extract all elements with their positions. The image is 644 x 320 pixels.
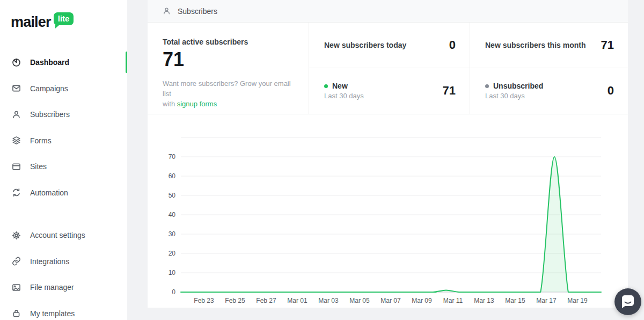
sidebar-item-label: Forms [30, 136, 52, 145]
settings-icon [12, 231, 21, 240]
sidebar-item-label: My templates [30, 309, 75, 318]
total-subscribers-value: 71 [163, 48, 296, 71]
unsubscribed-legend-sublabel: Last 30 days [485, 92, 543, 100]
x-tick-label: Feb 23 [188, 297, 220, 304]
chart-plot-svg [148, 114, 628, 308]
sidebar-item-file-manager[interactable]: File manager [0, 274, 127, 301]
file-manager-icon [12, 283, 21, 292]
page-title: Subscribers [178, 7, 217, 16]
sidebar-item-integrations[interactable]: Integrations [0, 249, 127, 275]
sidebar-item-label: File manager [30, 283, 74, 292]
sidebar-item-label: Integrations [30, 257, 69, 266]
sidebar-item-automation[interactable]: Automation [0, 180, 127, 206]
total-subscribers-card: Total active subscribers 71 Want more su… [148, 23, 309, 114]
y-tick-label: 10 [148, 269, 175, 277]
hint-text-line2-prefix: with [163, 100, 177, 108]
logo-lite-badge: lite [54, 12, 74, 25]
x-tick-label: Mar 19 [561, 297, 594, 304]
y-tick-label: 70 [148, 153, 175, 161]
x-tick-label: Mar 17 [530, 297, 562, 304]
sidebar-item-label: Campaigns [30, 84, 68, 93]
new-today-value: 0 [449, 38, 456, 52]
new-today-label: New subscribers today [324, 41, 406, 49]
x-tick-label: Mar 11 [437, 297, 469, 304]
sites-icon [12, 162, 21, 171]
sidebar-item-forms[interactable]: Forms [0, 128, 127, 154]
unsubscribed-legend: Unsubscribed Last 30 days [485, 82, 543, 100]
x-tick-label: Feb 27 [250, 297, 282, 304]
automation-icon [12, 188, 21, 197]
subscribers-area-chart: 010203040506070 Feb 23Feb 25Feb 27Mar 01… [148, 114, 628, 308]
y-tick-label: 30 [148, 230, 175, 238]
new-month-card: New subscribers this month 71 [470, 23, 628, 68]
templates-icon [12, 309, 21, 318]
forms-icon [12, 136, 21, 145]
y-tick-label: 0 [148, 288, 175, 296]
grow-list-hint: Want more subscribers? Grow your email l… [163, 78, 301, 109]
dashboard-icon [12, 58, 21, 67]
chat-bubble-icon [614, 288, 641, 315]
y-tick-label: 50 [148, 192, 175, 199]
new-30days-card: New Last 30 days 71 [309, 68, 470, 114]
x-tick-label: Mar 13 [468, 297, 500, 304]
sidebar-nav-primary: Dashboard Campaigns Subscribers Forms Si… [0, 49, 127, 206]
y-tick-label: 20 [148, 250, 175, 257]
mailerlite-logo[interactable]: mailer lite [11, 14, 74, 30]
new-legend-sublabel: Last 30 days [324, 92, 364, 100]
y-tick-label: 60 [148, 172, 175, 180]
new-30days-value: 71 [443, 84, 456, 98]
new-legend-label: New [332, 82, 348, 90]
total-subscribers-label: Total active subscribers [163, 38, 296, 46]
integrations-icon [12, 257, 21, 266]
new-legend-dot [324, 84, 328, 88]
signup-forms-link[interactable]: signup forms [177, 100, 217, 108]
new-month-label: New subscribers this month [485, 41, 586, 49]
unsubscribed-legend-label: Unsubscribed [493, 82, 543, 90]
y-tick-label: 40 [148, 211, 175, 219]
stats-row: Total active subscribers 71 Want more su… [148, 23, 628, 114]
subscribers-icon [12, 110, 21, 119]
active-nav-indicator [126, 52, 127, 73]
sidebar-item-label: Automation [30, 188, 68, 197]
sidebar-item-label: Subscribers [30, 110, 70, 119]
stats-right-column: New subscribers this month 71 Unsubscrib… [470, 23, 628, 114]
logo-text: mailer [11, 14, 51, 30]
sidebar-item-label: Sites [30, 162, 47, 171]
sidebar-item-dashboard[interactable]: Dashboard [0, 49, 127, 76]
new-today-card: New subscribers today 0 [309, 23, 470, 68]
sidebar-item-account-settings[interactable]: Account settings [0, 222, 127, 249]
chat-widget-button[interactable] [614, 288, 641, 315]
x-tick-label: Mar 05 [343, 297, 376, 304]
sidebar-item-campaigns[interactable]: Campaigns [0, 76, 127, 102]
campaigns-icon [12, 84, 21, 93]
x-tick-label: Mar 15 [499, 297, 531, 304]
main-content: Subscribers Total active subscribers 71 … [148, 0, 628, 308]
x-tick-label: Feb 25 [219, 297, 251, 304]
sidebar: mailer lite Dashboard Campaigns Subscrib… [0, 0, 127, 320]
sidebar-item-subscribers[interactable]: Subscribers [0, 101, 127, 128]
new-month-value: 71 [601, 38, 614, 52]
sidebar-item-sites[interactable]: Sites [0, 154, 127, 180]
x-tick-label: Mar 01 [281, 297, 313, 304]
x-tick-label: Mar 09 [406, 297, 438, 304]
stats-middle-column: New subscribers today 0 New Last 30 days… [309, 23, 470, 114]
sidebar-item-label: Account settings [30, 231, 85, 239]
new-30days-legend: New Last 30 days [324, 82, 364, 100]
sidebar-item-label: Dashboard [30, 58, 69, 67]
unsubscribed-30days-card: Unsubscribed Last 30 days 0 [470, 68, 628, 114]
hint-text-line1: Want more subscribers? Grow your email l… [163, 79, 291, 98]
unsubscribed-legend-dot [485, 84, 489, 88]
unsubscribed-30days-value: 0 [608, 84, 614, 98]
page-header: Subscribers [148, 0, 628, 23]
subscribers-header-icon [163, 7, 171, 15]
sidebar-nav-secondary: Account settings Integrations File manag… [0, 222, 127, 320]
sidebar-item-my-templates[interactable]: My templates [0, 301, 127, 320]
x-tick-label: Mar 07 [375, 297, 407, 304]
x-tick-label: Mar 03 [312, 297, 345, 304]
